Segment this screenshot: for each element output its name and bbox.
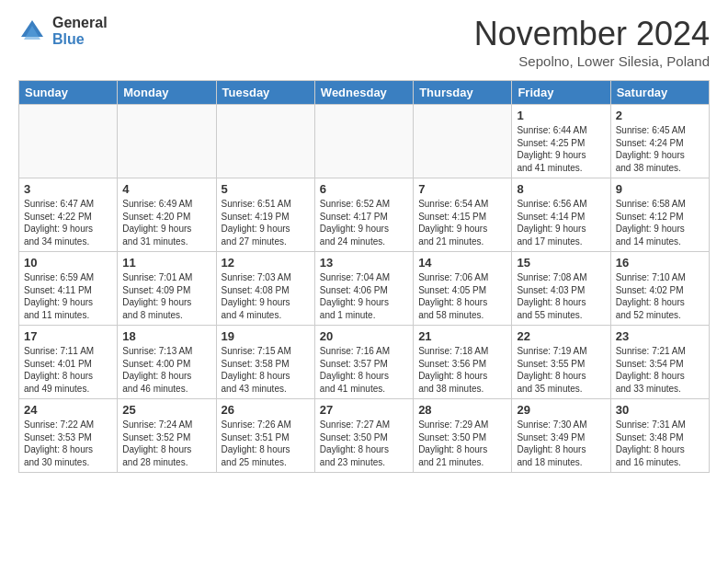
day-number: 3 [24,182,112,196]
day-cell: 15Sunrise: 7:08 AM Sunset: 4:03 PM Dayli… [512,252,610,326]
day-cell: 22Sunrise: 7:19 AM Sunset: 3:55 PM Dayli… [512,326,610,399]
day-number: 23 [616,329,704,343]
day-info: Sunrise: 6:51 AM Sunset: 4:19 PM Dayligh… [222,198,310,247]
day-cell: 18Sunrise: 7:13 AM Sunset: 4:00 PM Dayli… [118,326,216,399]
week-row-5: 24Sunrise: 7:22 AM Sunset: 3:53 PM Dayli… [19,399,710,473]
day-cell: 26Sunrise: 7:26 AM Sunset: 3:51 PM Dayli… [216,399,314,473]
day-info: Sunrise: 7:29 AM Sunset: 3:50 PM Dayligh… [418,419,506,468]
day-info: Sunrise: 7:16 AM Sunset: 3:57 PM Dayligh… [320,345,408,395]
day-info: Sunrise: 7:15 AM Sunset: 3:58 PM Dayligh… [222,345,310,395]
day-number: 17 [24,329,112,343]
day-info: Sunrise: 7:11 AM Sunset: 4:01 PM Dayligh… [24,345,112,395]
day-cell: 24Sunrise: 7:22 AM Sunset: 3:53 PM Dayli… [19,399,118,473]
location-subtitle: Sepolno, Lower Silesia, Poland [474,53,710,69]
day-cell: 12Sunrise: 7:03 AM Sunset: 4:08 PM Dayli… [216,252,314,326]
day-cell: 3Sunrise: 6:47 AM Sunset: 4:22 PM Daylig… [19,178,118,252]
day-cell: 5Sunrise: 6:51 AM Sunset: 4:19 PM Daylig… [216,178,314,252]
day-cell: 25Sunrise: 7:24 AM Sunset: 3:52 PM Dayli… [118,399,216,473]
day-number: 6 [320,182,408,196]
day-info: Sunrise: 7:01 AM Sunset: 4:09 PM Dayligh… [122,271,210,321]
day-cell: 20Sunrise: 7:16 AM Sunset: 3:57 PM Dayli… [314,326,413,399]
day-number: 22 [517,329,605,343]
day-info: Sunrise: 6:45 AM Sunset: 4:24 PM Dayligh… [616,124,704,174]
day-info: Sunrise: 7:27 AM Sunset: 3:50 PM Dayligh… [320,419,408,468]
day-cell [414,105,512,178]
day-info: Sunrise: 7:26 AM Sunset: 3:51 PM Dayligh… [222,419,310,468]
day-info: Sunrise: 6:54 AM Sunset: 4:15 PM Dayligh… [418,198,506,247]
day-number: 25 [122,403,210,417]
day-cell: 30Sunrise: 7:31 AM Sunset: 3:48 PM Dayli… [610,399,709,473]
day-number: 13 [320,256,408,270]
day-cell [314,105,413,178]
day-cell: 16Sunrise: 7:10 AM Sunset: 4:02 PM Dayli… [610,252,709,326]
day-info: Sunrise: 7:13 AM Sunset: 4:00 PM Dayligh… [122,345,210,395]
week-row-4: 17Sunrise: 7:11 AM Sunset: 4:01 PM Dayli… [19,326,710,399]
day-number: 24 [24,403,112,417]
day-info: Sunrise: 7:18 AM Sunset: 3:56 PM Dayligh… [418,345,506,395]
day-number: 21 [418,329,506,343]
day-number: 4 [122,182,210,196]
week-row-1: 1Sunrise: 6:44 AM Sunset: 4:25 PM Daylig… [19,105,710,178]
day-info: Sunrise: 6:58 AM Sunset: 4:12 PM Dayligh… [616,198,704,247]
page: General Blue November 2024 Sepolno, Lowe… [0,0,728,563]
day-number: 14 [418,256,506,270]
day-cell: 1Sunrise: 6:44 AM Sunset: 4:25 PM Daylig… [512,105,610,178]
logo-icon [18,17,46,45]
day-info: Sunrise: 6:56 AM Sunset: 4:14 PM Dayligh… [517,198,605,247]
day-cell: 19Sunrise: 7:15 AM Sunset: 3:58 PM Dayli… [216,326,314,399]
day-cell: 29Sunrise: 7:30 AM Sunset: 3:49 PM Dayli… [512,399,610,473]
day-info: Sunrise: 7:22 AM Sunset: 3:53 PM Dayligh… [24,419,112,468]
day-cell: 2Sunrise: 6:45 AM Sunset: 4:24 PM Daylig… [610,105,709,178]
day-number: 15 [517,256,605,270]
day-info: Sunrise: 7:21 AM Sunset: 3:54 PM Dayligh… [616,345,704,395]
month-title: November 2024 [474,15,710,53]
day-number: 20 [320,329,408,343]
day-number: 10 [24,256,112,270]
week-row-3: 10Sunrise: 6:59 AM Sunset: 4:11 PM Dayli… [19,252,710,326]
day-cell: 7Sunrise: 6:54 AM Sunset: 4:15 PM Daylig… [414,178,512,252]
day-cell [118,105,216,178]
day-info: Sunrise: 7:24 AM Sunset: 3:52 PM Dayligh… [122,419,210,468]
calendar-table: SundayMondayTuesdayWednesdayThursdayFrid… [18,80,710,473]
day-cell: 13Sunrise: 7:04 AM Sunset: 4:06 PM Dayli… [314,252,413,326]
weekday-header-row: SundayMondayTuesdayWednesdayThursdayFrid… [19,81,710,105]
day-info: Sunrise: 7:19 AM Sunset: 3:55 PM Dayligh… [517,345,605,395]
day-number: 19 [222,329,310,343]
day-number: 1 [517,109,605,122]
day-cell: 4Sunrise: 6:49 AM Sunset: 4:20 PM Daylig… [118,178,216,252]
day-info: Sunrise: 7:30 AM Sunset: 3:49 PM Dayligh… [517,419,605,468]
weekday-header-wednesday: Wednesday [314,81,413,105]
day-number: 2 [616,109,704,122]
day-info: Sunrise: 6:52 AM Sunset: 4:17 PM Dayligh… [320,198,408,247]
day-cell: 11Sunrise: 7:01 AM Sunset: 4:09 PM Dayli… [118,252,216,326]
day-info: Sunrise: 7:03 AM Sunset: 4:08 PM Dayligh… [222,271,310,321]
day-number: 29 [517,403,605,417]
day-cell: 9Sunrise: 6:58 AM Sunset: 4:12 PM Daylig… [610,178,709,252]
day-info: Sunrise: 6:59 AM Sunset: 4:11 PM Dayligh… [24,271,112,321]
day-info: Sunrise: 6:47 AM Sunset: 4:22 PM Dayligh… [24,198,112,247]
day-cell: 27Sunrise: 7:27 AM Sunset: 3:50 PM Dayli… [314,399,413,473]
weekday-header-monday: Monday [118,81,216,105]
day-number: 26 [222,403,310,417]
day-info: Sunrise: 7:06 AM Sunset: 4:05 PM Dayligh… [418,271,506,321]
day-info: Sunrise: 7:04 AM Sunset: 4:06 PM Dayligh… [320,271,408,321]
weekday-header-tuesday: Tuesday [216,81,314,105]
day-info: Sunrise: 7:10 AM Sunset: 4:02 PM Dayligh… [616,271,704,321]
day-cell: 17Sunrise: 7:11 AM Sunset: 4:01 PM Dayli… [19,326,118,399]
day-number: 12 [222,256,310,270]
day-number: 11 [122,256,210,270]
weekday-header-sunday: Sunday [19,81,118,105]
day-cell: 8Sunrise: 6:56 AM Sunset: 4:14 PM Daylig… [512,178,610,252]
day-info: Sunrise: 6:44 AM Sunset: 4:25 PM Dayligh… [517,124,605,174]
day-number: 30 [616,403,704,417]
day-number: 16 [616,256,704,270]
day-number: 18 [122,329,210,343]
day-cell [19,105,118,178]
logo: General Blue [18,15,108,47]
logo-general: General [52,15,108,31]
day-info: Sunrise: 6:49 AM Sunset: 4:20 PM Dayligh… [122,198,210,247]
day-number: 9 [616,182,704,196]
day-cell: 23Sunrise: 7:21 AM Sunset: 3:54 PM Dayli… [610,326,709,399]
day-cell: 28Sunrise: 7:29 AM Sunset: 3:50 PM Dayli… [414,399,512,473]
day-cell: 21Sunrise: 7:18 AM Sunset: 3:56 PM Dayli… [414,326,512,399]
